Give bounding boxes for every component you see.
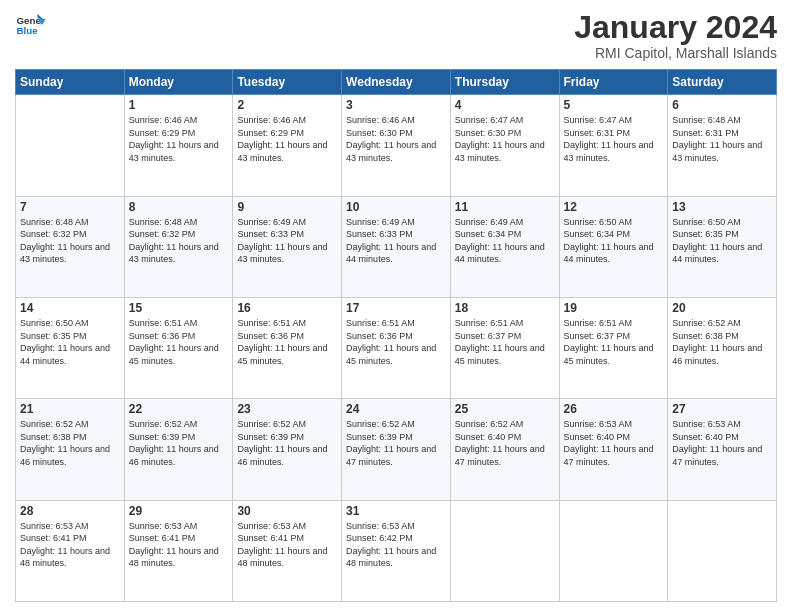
day-number: 10 <box>346 200 446 214</box>
col-friday: Friday <box>559 70 668 95</box>
day-number: 2 <box>237 98 337 112</box>
cell-info: Sunrise: 6:53 AMSunset: 6:40 PMDaylight:… <box>564 418 664 468</box>
table-row: 20Sunrise: 6:52 AMSunset: 6:38 PMDayligh… <box>668 297 777 398</box>
day-number: 17 <box>346 301 446 315</box>
day-number: 6 <box>672 98 772 112</box>
table-row: 12Sunrise: 6:50 AMSunset: 6:34 PMDayligh… <box>559 196 668 297</box>
day-number: 8 <box>129 200 229 214</box>
cell-info: Sunrise: 6:47 AMSunset: 6:30 PMDaylight:… <box>455 114 555 164</box>
table-row: 26Sunrise: 6:53 AMSunset: 6:40 PMDayligh… <box>559 399 668 500</box>
col-monday: Monday <box>124 70 233 95</box>
cell-info: Sunrise: 6:52 AMSunset: 6:38 PMDaylight:… <box>672 317 772 367</box>
cell-info: Sunrise: 6:47 AMSunset: 6:31 PMDaylight:… <box>564 114 664 164</box>
cell-info: Sunrise: 6:51 AMSunset: 6:37 PMDaylight:… <box>455 317 555 367</box>
day-number: 26 <box>564 402 664 416</box>
logo: General Blue <box>15 10 45 40</box>
cell-info: Sunrise: 6:49 AMSunset: 6:33 PMDaylight:… <box>237 216 337 266</box>
cell-info: Sunrise: 6:49 AMSunset: 6:33 PMDaylight:… <box>346 216 446 266</box>
cell-info: Sunrise: 6:53 AMSunset: 6:40 PMDaylight:… <box>672 418 772 468</box>
col-thursday: Thursday <box>450 70 559 95</box>
table-row: 27Sunrise: 6:53 AMSunset: 6:40 PMDayligh… <box>668 399 777 500</box>
table-row: 2Sunrise: 6:46 AMSunset: 6:29 PMDaylight… <box>233 95 342 196</box>
cell-info: Sunrise: 6:48 AMSunset: 6:31 PMDaylight:… <box>672 114 772 164</box>
day-number: 16 <box>237 301 337 315</box>
col-sunday: Sunday <box>16 70 125 95</box>
table-row: 17Sunrise: 6:51 AMSunset: 6:36 PMDayligh… <box>342 297 451 398</box>
table-row: 1Sunrise: 6:46 AMSunset: 6:29 PMDaylight… <box>124 95 233 196</box>
day-number: 28 <box>20 504 120 518</box>
calendar-week-row: 28Sunrise: 6:53 AMSunset: 6:41 PMDayligh… <box>16 500 777 601</box>
day-number: 20 <box>672 301 772 315</box>
cell-info: Sunrise: 6:52 AMSunset: 6:40 PMDaylight:… <box>455 418 555 468</box>
cell-info: Sunrise: 6:53 AMSunset: 6:41 PMDaylight:… <box>129 520 229 570</box>
col-wednesday: Wednesday <box>342 70 451 95</box>
cell-info: Sunrise: 6:50 AMSunset: 6:34 PMDaylight:… <box>564 216 664 266</box>
day-number: 24 <box>346 402 446 416</box>
cell-info: Sunrise: 6:52 AMSunset: 6:39 PMDaylight:… <box>237 418 337 468</box>
table-row <box>450 500 559 601</box>
table-row: 28Sunrise: 6:53 AMSunset: 6:41 PMDayligh… <box>16 500 125 601</box>
day-number: 1 <box>129 98 229 112</box>
day-number: 9 <box>237 200 337 214</box>
day-number: 5 <box>564 98 664 112</box>
cell-info: Sunrise: 6:51 AMSunset: 6:36 PMDaylight:… <box>237 317 337 367</box>
day-number: 31 <box>346 504 446 518</box>
table-row: 23Sunrise: 6:52 AMSunset: 6:39 PMDayligh… <box>233 399 342 500</box>
day-number: 18 <box>455 301 555 315</box>
title-block: January 2024 RMI Capitol, Marshall Islan… <box>574 10 777 61</box>
table-row: 24Sunrise: 6:52 AMSunset: 6:39 PMDayligh… <box>342 399 451 500</box>
cell-info: Sunrise: 6:51 AMSunset: 6:37 PMDaylight:… <box>564 317 664 367</box>
cell-info: Sunrise: 6:52 AMSunset: 6:39 PMDaylight:… <box>129 418 229 468</box>
table-row: 11Sunrise: 6:49 AMSunset: 6:34 PMDayligh… <box>450 196 559 297</box>
cell-info: Sunrise: 6:53 AMSunset: 6:41 PMDaylight:… <box>20 520 120 570</box>
calendar-week-row: 14Sunrise: 6:50 AMSunset: 6:35 PMDayligh… <box>16 297 777 398</box>
cell-info: Sunrise: 6:49 AMSunset: 6:34 PMDaylight:… <box>455 216 555 266</box>
day-number: 11 <box>455 200 555 214</box>
day-number: 25 <box>455 402 555 416</box>
day-number: 4 <box>455 98 555 112</box>
table-row: 22Sunrise: 6:52 AMSunset: 6:39 PMDayligh… <box>124 399 233 500</box>
table-row: 4Sunrise: 6:47 AMSunset: 6:30 PMDaylight… <box>450 95 559 196</box>
table-row: 30Sunrise: 6:53 AMSunset: 6:41 PMDayligh… <box>233 500 342 601</box>
table-row: 16Sunrise: 6:51 AMSunset: 6:36 PMDayligh… <box>233 297 342 398</box>
table-row: 6Sunrise: 6:48 AMSunset: 6:31 PMDaylight… <box>668 95 777 196</box>
table-row: 7Sunrise: 6:48 AMSunset: 6:32 PMDaylight… <box>16 196 125 297</box>
day-number: 7 <box>20 200 120 214</box>
calendar-week-row: 1Sunrise: 6:46 AMSunset: 6:29 PMDaylight… <box>16 95 777 196</box>
cell-info: Sunrise: 6:53 AMSunset: 6:41 PMDaylight:… <box>237 520 337 570</box>
calendar: Sunday Monday Tuesday Wednesday Thursday… <box>15 69 777 602</box>
day-number: 21 <box>20 402 120 416</box>
calendar-week-row: 21Sunrise: 6:52 AMSunset: 6:38 PMDayligh… <box>16 399 777 500</box>
cell-info: Sunrise: 6:46 AMSunset: 6:29 PMDaylight:… <box>129 114 229 164</box>
cell-info: Sunrise: 6:52 AMSunset: 6:39 PMDaylight:… <box>346 418 446 468</box>
table-row <box>16 95 125 196</box>
logo-icon: General Blue <box>15 10 45 40</box>
day-number: 13 <box>672 200 772 214</box>
day-number: 22 <box>129 402 229 416</box>
cell-info: Sunrise: 6:51 AMSunset: 6:36 PMDaylight:… <box>129 317 229 367</box>
day-number: 3 <box>346 98 446 112</box>
table-row: 15Sunrise: 6:51 AMSunset: 6:36 PMDayligh… <box>124 297 233 398</box>
table-row: 29Sunrise: 6:53 AMSunset: 6:41 PMDayligh… <box>124 500 233 601</box>
table-row: 13Sunrise: 6:50 AMSunset: 6:35 PMDayligh… <box>668 196 777 297</box>
cell-info: Sunrise: 6:48 AMSunset: 6:32 PMDaylight:… <box>20 216 120 266</box>
cell-info: Sunrise: 6:50 AMSunset: 6:35 PMDaylight:… <box>672 216 772 266</box>
table-row: 9Sunrise: 6:49 AMSunset: 6:33 PMDaylight… <box>233 196 342 297</box>
calendar-header-row: Sunday Monday Tuesday Wednesday Thursday… <box>16 70 777 95</box>
table-row <box>559 500 668 601</box>
header: General Blue January 2024 RMI Capitol, M… <box>15 10 777 61</box>
cell-info: Sunrise: 6:46 AMSunset: 6:30 PMDaylight:… <box>346 114 446 164</box>
svg-text:Blue: Blue <box>17 25 39 36</box>
cell-info: Sunrise: 6:50 AMSunset: 6:35 PMDaylight:… <box>20 317 120 367</box>
calendar-week-row: 7Sunrise: 6:48 AMSunset: 6:32 PMDaylight… <box>16 196 777 297</box>
table-row: 18Sunrise: 6:51 AMSunset: 6:37 PMDayligh… <box>450 297 559 398</box>
day-number: 23 <box>237 402 337 416</box>
day-number: 29 <box>129 504 229 518</box>
table-row: 14Sunrise: 6:50 AMSunset: 6:35 PMDayligh… <box>16 297 125 398</box>
table-row: 5Sunrise: 6:47 AMSunset: 6:31 PMDaylight… <box>559 95 668 196</box>
page: General Blue January 2024 RMI Capitol, M… <box>0 0 792 612</box>
cell-info: Sunrise: 6:51 AMSunset: 6:36 PMDaylight:… <box>346 317 446 367</box>
cell-info: Sunrise: 6:53 AMSunset: 6:42 PMDaylight:… <box>346 520 446 570</box>
month-title: January 2024 <box>574 10 777 45</box>
location: RMI Capitol, Marshall Islands <box>574 45 777 61</box>
